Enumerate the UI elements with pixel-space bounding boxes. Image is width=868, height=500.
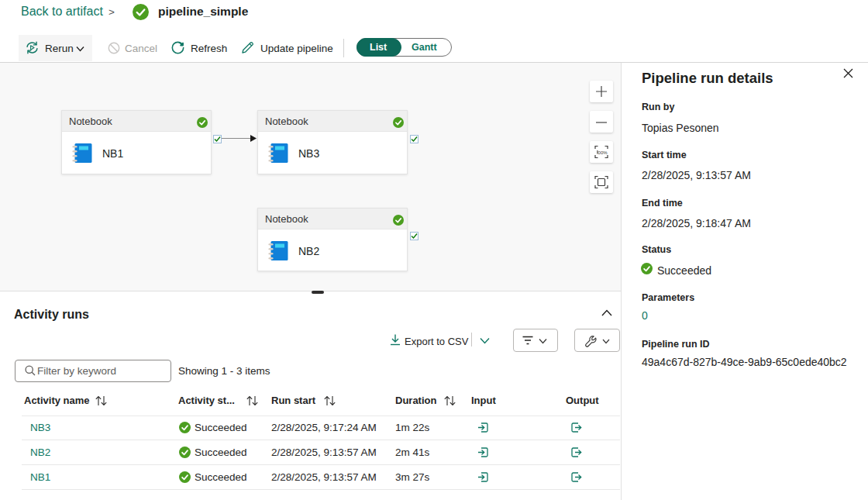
svg-text:00%: 00% (598, 150, 608, 155)
